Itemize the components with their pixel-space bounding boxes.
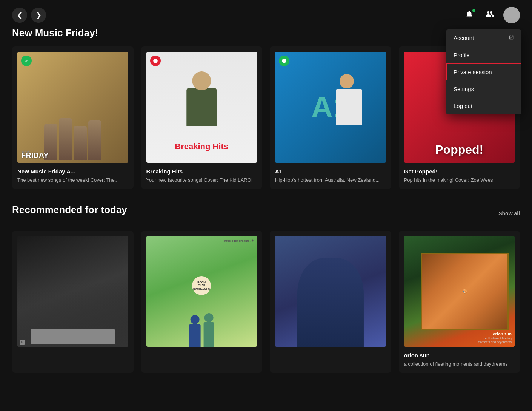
- breaking-text: Breaking Hits: [175, 142, 228, 151]
- forward-button[interactable]: ❯: [31, 8, 46, 23]
- back-button[interactable]: ❮: [12, 8, 27, 23]
- playlist-image-nmf: NEWMUSIC FRIDAY: [17, 52, 128, 163]
- playlist-image-breaking: Breaking Hits: [146, 52, 257, 163]
- topbar: ❮ ❯: [0, 0, 532, 27]
- recommended-section: Recommended for today Show all E: [12, 204, 520, 373]
- popped-name: Get Popped!: [404, 168, 515, 175]
- recommended-card-2[interactable]: music for dreams. ✦ BOOMCLAPBACHELORS: [141, 231, 263, 373]
- show-all-button[interactable]: Show all: [498, 210, 520, 216]
- recommended-grid: E: [12, 231, 520, 373]
- explicit-badge: E: [20, 340, 25, 345]
- notification-dot: [472, 9, 475, 12]
- dropdown-item-profile[interactable]: Profile: [446, 46, 521, 63]
- new-music-friday-grid: NEWMUSIC FRIDAY New Music Friday A... Th…: [12, 46, 520, 189]
- rec-name-4: orion sun: [404, 352, 515, 358]
- dropdown-item-settings[interactable]: Settings: [446, 80, 521, 97]
- account-label: Account: [454, 35, 474, 41]
- playlist-card-breaking[interactable]: Breaking Hits Breaking Hits Your new fav…: [141, 46, 263, 189]
- nmf-text: FRIDAY: [21, 151, 49, 159]
- nav-buttons: ❮ ❯: [12, 8, 46, 23]
- avatar-button[interactable]: [503, 7, 520, 23]
- private-session-label: Private session: [454, 69, 492, 75]
- rec-image-2: music for dreams. ✦ BOOMCLAPBACHELORS: [146, 236, 257, 347]
- rec-image-1: E: [17, 236, 128, 347]
- recommended-title: Recommended for today: [12, 204, 127, 216]
- notifications-button[interactable]: [463, 8, 476, 22]
- popped-text: Popped!: [435, 143, 483, 157]
- forward-arrow-icon: ❯: [36, 11, 42, 19]
- breaking-badge: [150, 56, 161, 66]
- new-music-friday-title: New Music Friday!: [12, 27, 520, 39]
- breaking-desc: Your new favourite songs! Cover: The Kid…: [146, 177, 257, 184]
- recommended-card-1[interactable]: E: [12, 231, 134, 373]
- recommended-card-4[interactable]: 🎨 orion sun a collection of fleetingmome…: [399, 231, 520, 373]
- recommended-card-3[interactable]: [270, 231, 391, 373]
- playlist-image-a1: A1: [275, 52, 386, 163]
- friends-icon: [485, 9, 494, 21]
- topbar-right: [463, 7, 520, 23]
- rec-image-3: [275, 236, 386, 347]
- nmf-desc: The best new songs of the week! Cover: T…: [17, 177, 128, 184]
- orion-text: orion sun: [478, 331, 512, 337]
- nmf-image-content: NEWMUSIC FRIDAY: [17, 52, 128, 163]
- breaking-name: Breaking Hits: [146, 168, 257, 175]
- recommended-header: Recommended for today Show all: [12, 204, 520, 223]
- dropdown-item-logout[interactable]: Log out: [446, 97, 521, 114]
- playlist-card-nmf[interactable]: NEWMUSIC FRIDAY New Music Friday A... Th…: [12, 46, 134, 189]
- friends-button[interactable]: [483, 8, 497, 22]
- rec-image-4: 🎨 orion sun a collection of fleetingmome…: [404, 236, 515, 347]
- dropdown-item-account[interactable]: Account: [446, 29, 521, 46]
- logout-label: Log out: [454, 103, 472, 109]
- a1-name: A1: [275, 168, 386, 175]
- external-link-icon: [509, 35, 514, 41]
- back-arrow-icon: ❮: [17, 11, 23, 19]
- rec-desc-4: a collection of fleeting moments and day…: [404, 361, 515, 368]
- playlist-card-a1[interactable]: A1 A1 Hip-Hop's hottest from Australia, …: [270, 46, 391, 189]
- popped-desc: Pop hits in the making! Cover: Zoe Wees: [404, 177, 515, 184]
- new-music-friday-section: New Music Friday!: [12, 27, 520, 189]
- dropdown-menu: Account Profile Private session Settings…: [446, 29, 521, 114]
- a1-badge: [279, 56, 289, 66]
- settings-label: Settings: [454, 86, 474, 92]
- nmf-name: New Music Friday A...: [17, 168, 128, 175]
- a1-desc: Hip-Hop's hottest from Australia, New Ze…: [275, 177, 386, 184]
- dropdown-item-private-session[interactable]: Private session: [446, 63, 521, 80]
- profile-label: Profile: [454, 52, 470, 58]
